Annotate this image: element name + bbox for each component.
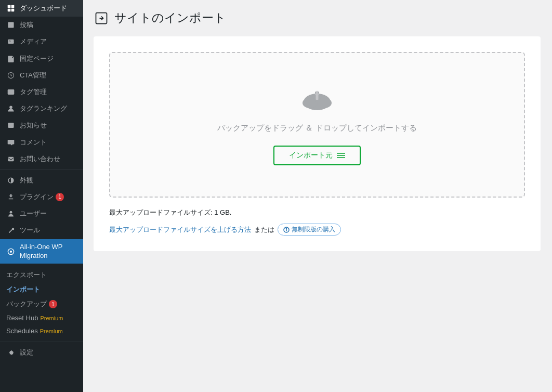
page-title-icon bbox=[94, 10, 109, 26]
sidebar-item-users-label: ユーザー bbox=[20, 209, 47, 218]
svg-rect-9 bbox=[10, 90, 14, 91]
svg-rect-2 bbox=[8, 9, 11, 12]
unlimited-badge[interactable]: 無制限版の購入 bbox=[278, 224, 341, 236]
cta-icon bbox=[6, 71, 16, 80]
svg-rect-25 bbox=[316, 94, 319, 100]
submenu-import-label: インポート bbox=[6, 285, 40, 294]
sidebar-item-dashboard-label: ダッシュボード bbox=[20, 4, 67, 13]
submenu-reset-hub[interactable]: Reset Hub Premium bbox=[6, 311, 77, 324]
submenu-export-label: エクスポート bbox=[6, 270, 47, 280]
users-icon bbox=[6, 209, 16, 218]
allinone-icon bbox=[6, 247, 16, 256]
submenu-reset-hub-label: Reset Hub bbox=[6, 314, 38, 322]
svg-rect-0 bbox=[8, 5, 11, 8]
main-content: サイトのインポート バックアップをドラッグ ＆ ドロップしてインポートする bbox=[83, 0, 552, 392]
svg-point-31 bbox=[286, 228, 287, 229]
svg-rect-16 bbox=[8, 157, 14, 161]
unlimited-badge-text: 無制限版の購入 bbox=[292, 225, 335, 234]
svg-point-14 bbox=[9, 106, 12, 109]
menu-lines-icon bbox=[337, 152, 345, 159]
file-info-label: 最大アップロードファイルサイズ: bbox=[109, 208, 213, 216]
svg-rect-12 bbox=[8, 93, 9, 94]
import-source-label: インポート元 bbox=[289, 151, 333, 160]
sidebar-item-appearance-label: 外観 bbox=[20, 176, 33, 185]
sidebar-item-tags-label: タグ管理 bbox=[20, 87, 47, 97]
drop-zone[interactable]: バックアップをドラッグ ＆ ドロップしてインポートする インポート元 bbox=[109, 52, 525, 198]
sidebar-item-plugins[interactable]: プラグイン 1 bbox=[0, 189, 83, 205]
tag-ranking-icon bbox=[6, 104, 16, 113]
svg-rect-13 bbox=[10, 93, 14, 94]
svg-rect-4 bbox=[8, 40, 14, 44]
sidebar-item-contact-label: お問い合わせ bbox=[20, 154, 60, 164]
media-icon bbox=[6, 37, 16, 46]
sidebar-item-allinone[interactable]: All-in-One WP Migration bbox=[0, 239, 83, 264]
submenu-schedules[interactable]: Schedules Premium bbox=[6, 324, 77, 337]
upgrade-link[interactable]: 最大アップロードファイルサイズを上げる方法 bbox=[109, 225, 251, 234]
sidebar-item-cta-label: CTA管理 bbox=[20, 71, 46, 80]
svg-rect-10 bbox=[8, 92, 9, 92]
drop-zone-text: バックアップをドラッグ ＆ ドロップしてインポートする bbox=[217, 123, 416, 133]
svg-point-17 bbox=[10, 211, 12, 214]
sidebar-item-users[interactable]: ユーザー bbox=[0, 205, 83, 222]
svg-rect-1 bbox=[11, 5, 15, 8]
sidebar-item-allinone-label: All-in-One WP Migration bbox=[20, 243, 77, 260]
backup-badge: 1 bbox=[49, 300, 57, 308]
sidebar-item-pages-label: 固定ページ bbox=[20, 54, 54, 63]
dashboard-icon bbox=[6, 4, 16, 13]
submenu-export[interactable]: エクスポート bbox=[6, 268, 77, 282]
svg-point-22 bbox=[303, 98, 317, 108]
notices-icon bbox=[6, 121, 16, 130]
sidebar-item-media[interactable]: メディア bbox=[0, 33, 83, 50]
submenu-backup[interactable]: バックアップ 1 bbox=[6, 297, 77, 311]
schedules-premium-label: Premium bbox=[40, 328, 63, 334]
sidebar-item-pages[interactable]: 固定ページ bbox=[0, 50, 83, 67]
upgrade-row: 最大アップロードファイルサイズを上げる方法 または 無制限版の購入 bbox=[109, 224, 525, 236]
file-info-value: 1 GB. bbox=[214, 208, 231, 216]
sidebar-item-dashboard[interactable]: ダッシュボード bbox=[0, 0, 83, 17]
posts-icon bbox=[6, 20, 16, 30]
sidebar-item-settings[interactable]: 設定 bbox=[0, 344, 83, 361]
sidebar-item-tag-ranking[interactable]: タグランキング bbox=[0, 100, 83, 117]
sidebar-item-notices[interactable]: お知らせ bbox=[0, 117, 83, 134]
sidebar-item-cta[interactable]: CTA管理 bbox=[0, 67, 83, 84]
plugins-badge: 1 bbox=[56, 193, 64, 201]
reset-hub-premium-label: Premium bbox=[40, 315, 63, 321]
plugins-icon bbox=[6, 192, 16, 202]
submenu-section: エクスポート インポート バックアップ 1 Reset Hub Premium … bbox=[0, 264, 83, 339]
sidebar-item-tools-label: ツール bbox=[20, 226, 40, 235]
sidebar-item-settings-label: 設定 bbox=[20, 348, 33, 357]
file-info: 最大アップロードファイルサイズ: 1 GB. bbox=[109, 208, 525, 217]
sidebar-item-contact[interactable]: お問い合わせ bbox=[0, 151, 83, 167]
sidebar-item-comments[interactable]: コメント bbox=[0, 134, 83, 151]
submenu-schedules-label: Schedules bbox=[6, 327, 38, 335]
sidebar-item-tag-ranking-label: タグランキング bbox=[20, 104, 67, 113]
sidebar-item-appearance[interactable]: 外観 bbox=[0, 172, 83, 189]
sidebar-item-tools[interactable]: ツール bbox=[0, 222, 83, 239]
comments-icon bbox=[6, 138, 16, 147]
page-title: サイトのインポート bbox=[114, 10, 226, 26]
cloud-upload-icon bbox=[298, 84, 336, 115]
svg-rect-3 bbox=[11, 9, 15, 12]
submenu-backup-label: バックアップ bbox=[6, 299, 47, 309]
sidebar-item-posts-label: 投稿 bbox=[20, 20, 33, 30]
submenu-import[interactable]: インポート bbox=[6, 282, 77, 297]
svg-point-23 bbox=[317, 98, 332, 108]
upgrade-or-text: または bbox=[254, 225, 274, 234]
import-source-button[interactable]: インポート元 bbox=[273, 146, 361, 165]
info-icon bbox=[283, 227, 290, 233]
tools-icon bbox=[6, 226, 16, 236]
svg-rect-11 bbox=[10, 92, 14, 92]
svg-point-19 bbox=[10, 250, 12, 252]
sidebar-item-posts[interactable]: 投稿 bbox=[0, 17, 83, 33]
sidebar-item-comments-label: コメント bbox=[20, 138, 47, 147]
appearance-icon bbox=[6, 176, 16, 185]
pages-icon bbox=[6, 54, 16, 63]
page-header: サイトのインポート bbox=[94, 10, 542, 26]
sidebar-item-plugins-label: プラグイン bbox=[20, 192, 54, 202]
settings-icon bbox=[6, 348, 16, 358]
svg-rect-8 bbox=[8, 90, 9, 91]
import-card: バックアップをドラッグ ＆ ドロップしてインポートする インポート元 最大アップ… bbox=[94, 36, 541, 251]
contact-icon bbox=[6, 154, 16, 164]
sidebar-item-tags[interactable]: タグ管理 bbox=[0, 84, 83, 100]
sidebar-divider-2 bbox=[0, 342, 83, 342]
